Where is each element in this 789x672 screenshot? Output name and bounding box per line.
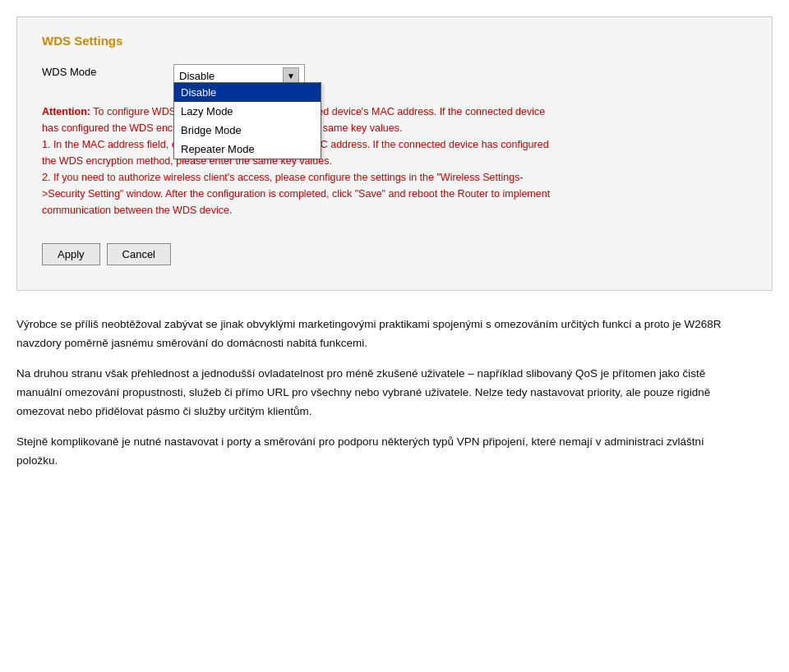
wds-mode-label: WDS Mode [42,64,173,78]
body-paragraph-1: Výrobce se příliš neobtěžoval zabývat se… [16,315,740,353]
dropdown-item-disable[interactable]: Disable [174,83,321,102]
wds-mode-select-text: Disable [179,70,279,82]
buttons-row: Apply Cancel [42,243,747,265]
dropdown-item-bridge[interactable]: Bridge Mode [174,121,321,140]
dropdown-list: Disable Lazy Mode Bridge Mode Repeater M… [173,82,321,159]
dropdown-item-lazy[interactable]: Lazy Mode [174,102,321,121]
apply-button[interactable]: Apply [42,243,100,265]
wds-mode-select-container: Disable ▼ Disable Lazy Mode Bridge Mode … [173,64,305,87]
cancel-button[interactable]: Cancel [107,243,171,265]
body-paragraph-2: Na druhou stranu však přehlednost a jedn… [16,365,740,421]
body-text: Výrobce se příliš neobtěžoval zabývat se… [16,315,740,471]
dropdown-item-repeater[interactable]: Repeater Mode [174,140,321,159]
wds-settings-panel: WDS Settings WDS Mode Disable ▼ Disable … [16,16,773,291]
attention-intro-text: To confi [93,106,128,117]
attention-bold-label: Attention: [42,106,90,117]
dropdown-arrow-icon[interactable]: ▼ [283,67,299,84]
attention-line3-text: 2. If you need to authorize wireless cli… [42,172,550,216]
panel-title: WDS Settings [42,34,747,48]
body-paragraph-3: Stejně komplikovaně je nutné nastavovat … [16,433,740,471]
wds-mode-row: WDS Mode Disable ▼ Disable Lazy Mode Bri… [42,64,747,87]
